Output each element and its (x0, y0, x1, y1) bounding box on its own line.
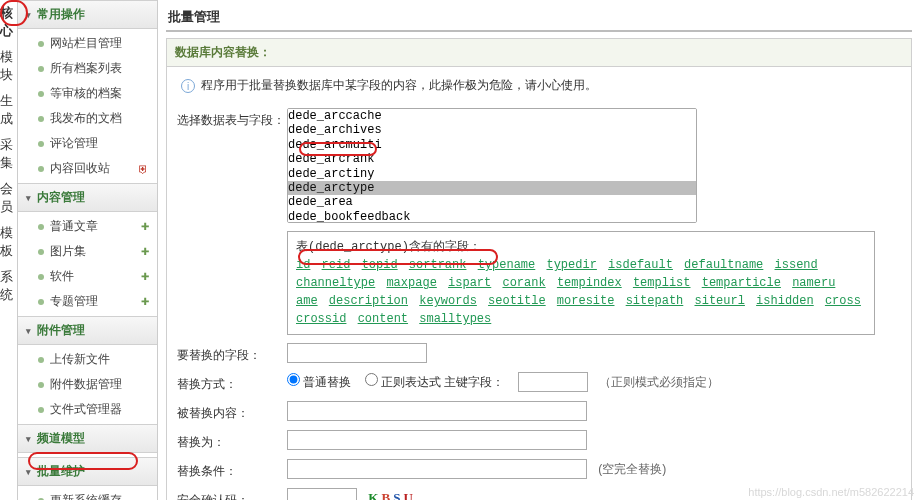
field-link[interactable]: seotitle (488, 294, 546, 308)
label-select-table: 选择数据表与字段： (177, 108, 287, 129)
tables-select[interactable]: dede_arccachedede_archivesdede_arcmultid… (287, 108, 697, 223)
field-link[interactable]: maxpage (386, 276, 436, 290)
watermark-text: https://blog.csdn.net/m582622214 (748, 486, 914, 498)
warning-note: i 程序用于批量替换数据库中某字段的内容，此操作极为危险，请小心使用。 (167, 67, 911, 104)
vertical-rail: 核心 模块 生成 采集 会员 模板 系统 (0, 0, 18, 500)
field-link[interactable]: cross (825, 294, 861, 308)
field-link[interactable]: smalltypes (419, 312, 491, 326)
bullet-icon (38, 382, 44, 388)
group-header[interactable]: ▾常用操作 (18, 0, 157, 29)
bullet-icon (38, 357, 44, 363)
replace-field-input[interactable] (287, 343, 427, 363)
shield-icon: ⛨ (138, 163, 149, 175)
label-replace-from: 被替换内容： (177, 401, 287, 422)
field-link[interactable]: issend (775, 258, 818, 272)
sidebar-item[interactable]: 我发布的文档 (18, 106, 157, 131)
sidebar-item[interactable]: 内容回收站⛨ (18, 156, 157, 181)
field-link[interactable]: defaultname (684, 258, 763, 272)
field-link[interactable]: nameru (792, 276, 835, 290)
bullet-icon (38, 141, 44, 147)
sidebar-item[interactable]: 图片集✚ (18, 239, 157, 264)
field-link[interactable]: topid (362, 258, 398, 272)
chevron-down-icon: ▾ (26, 193, 31, 203)
field-link[interactable]: ispart (448, 276, 491, 290)
field-link[interactable]: ishidden (756, 294, 814, 308)
field-link[interactable]: description (329, 294, 408, 308)
field-link[interactable]: siteurl (694, 294, 744, 308)
field-link[interactable]: channeltype (296, 276, 375, 290)
rail-item-member[interactable]: 会员 (0, 176, 17, 220)
field-link[interactable]: ame (296, 294, 318, 308)
field-link[interactable]: sitepath (626, 294, 684, 308)
field-link[interactable]: temparticle (702, 276, 781, 290)
sidebar-item[interactable]: 评论管理 (18, 131, 157, 156)
replace-from-input[interactable] (287, 401, 587, 421)
field-link[interactable]: id (296, 258, 310, 272)
rail-item-core[interactable]: 核心 (0, 0, 17, 44)
field-link[interactable]: tempindex (557, 276, 622, 290)
chevron-down-icon: ▾ (26, 10, 31, 20)
sidebar-item[interactable]: 等审核的档案 (18, 81, 157, 106)
sidebar-item[interactable]: 附件数据管理 (18, 372, 157, 397)
sidebar-item[interactable]: 软件✚ (18, 264, 157, 289)
label-replace-mode: 替换方式： (177, 372, 287, 393)
mode-regex-radio[interactable] (365, 373, 378, 386)
replace-to-input[interactable] (287, 430, 587, 450)
bullet-icon (38, 166, 44, 172)
rail-item-template[interactable]: 模板 (0, 220, 17, 264)
bullet-icon (38, 249, 44, 255)
field-link[interactable]: typename (478, 258, 536, 272)
plus-icon: ✚ (141, 271, 149, 282)
group-header[interactable]: ▾内容管理 (18, 183, 157, 212)
bullet-icon (38, 91, 44, 97)
sidebar-item[interactable]: 普通文章✚ (18, 214, 157, 239)
plus-icon: ✚ (141, 221, 149, 232)
cond-hint: (空完全替换) (598, 462, 666, 476)
bullet-icon (38, 407, 44, 413)
plus-icon: ✚ (141, 246, 149, 257)
field-link[interactable]: templist (633, 276, 691, 290)
field-link[interactable]: crossid (296, 312, 346, 326)
bullet-icon (38, 274, 44, 280)
sidebar-item[interactable]: 文件式管理器 (18, 397, 157, 422)
group-header[interactable]: ▾附件管理 (18, 316, 157, 345)
safecode-input[interactable] (287, 488, 357, 500)
label-replace-cond: 替换条件： (177, 459, 287, 480)
replace-cond-input[interactable] (287, 459, 587, 479)
rail-item-system[interactable]: 系统 (0, 264, 17, 308)
bullet-icon (38, 299, 44, 305)
bullet-icon (38, 224, 44, 230)
pk-field-input[interactable] (518, 372, 588, 392)
mode-regex-option[interactable]: 正则表达式 主键字段： (365, 375, 505, 389)
rail-item-collect[interactable]: 采集 (0, 132, 17, 176)
chevron-down-icon: ▾ (26, 467, 31, 477)
field-link[interactable]: reid (322, 258, 351, 272)
mode-normal-radio[interactable] (287, 373, 300, 386)
sidebar-item[interactable]: 更新系统缓存 (18, 488, 157, 500)
sidebar-item[interactable]: 网站栏目管理 (18, 31, 157, 56)
section-header: 数据库内容替换： (167, 39, 911, 67)
rail-item-module[interactable]: 模块 (0, 44, 17, 88)
sidebar-item[interactable]: 专题管理✚ (18, 289, 157, 314)
field-link[interactable]: corank (502, 276, 545, 290)
field-link[interactable]: isdefault (608, 258, 673, 272)
mode-normal-option[interactable]: 普通替换 (287, 375, 351, 389)
page-title: 批量管理 (166, 4, 912, 32)
field-link[interactable]: typedir (546, 258, 596, 272)
plus-icon: ✚ (141, 296, 149, 307)
group-header[interactable]: ▾批量维护 (18, 457, 157, 486)
sidebar-item[interactable]: 上传新文件 (18, 347, 157, 372)
field-link[interactable]: moresite (557, 294, 615, 308)
rail-item-generate[interactable]: 生成 (0, 88, 17, 132)
field-link[interactable]: keywords (419, 294, 477, 308)
bullet-icon (38, 116, 44, 122)
field-link[interactable]: sortrank (409, 258, 467, 272)
main-panel: 批量管理 数据库内容替换： i 程序用于批量替换数据库中某字段的内容，此操作极为… (158, 0, 920, 500)
bullet-icon (38, 41, 44, 47)
label-replace-field: 要替换的字段： (177, 343, 287, 364)
group-header[interactable]: ▾频道模型 (18, 424, 157, 453)
field-link[interactable]: content (358, 312, 408, 326)
info-icon: i (181, 79, 195, 93)
sidebar-item[interactable]: 所有档案列表 (18, 56, 157, 81)
chevron-down-icon: ▾ (26, 434, 31, 444)
